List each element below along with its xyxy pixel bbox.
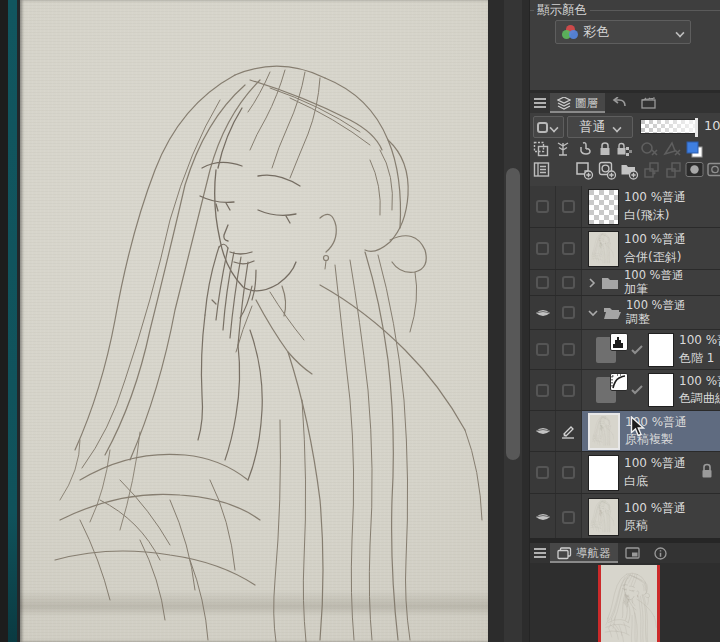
visibility-toggle[interactable] bbox=[530, 452, 556, 493]
layer-thumbnail-sketch[interactable] bbox=[588, 498, 619, 536]
layer-row-genkou-fukusei-selected[interactable]: 100 %普通原稿複製 bbox=[530, 411, 720, 452]
layer-name[interactable]: 調整 bbox=[626, 312, 686, 327]
layer-thumbnail-transparent[interactable] bbox=[588, 189, 619, 225]
hidden-eye-box-icon bbox=[536, 384, 549, 397]
navigator-preview-area[interactable] bbox=[530, 563, 720, 642]
visibility-toggle[interactable] bbox=[530, 186, 556, 227]
layer-row-kahitsu-folder[interactable]: 100 %普通加筆 bbox=[530, 270, 720, 296]
layer-thumbnail-sketch[interactable] bbox=[588, 231, 619, 267]
merge-to-lower-disabled-icon[interactable] bbox=[665, 161, 683, 182]
visibility-toggle[interactable] bbox=[530, 228, 556, 269]
visibility-toggle[interactable] bbox=[530, 370, 556, 410]
tab-item-info[interactable] bbox=[647, 543, 674, 563]
edit-state-cell[interactable] bbox=[556, 452, 582, 493]
adjustment-layer-chip[interactable] bbox=[596, 377, 616, 403]
display-color-dropdown[interactable]: 彩色 bbox=[555, 20, 691, 44]
layer-thumbnail-sketch[interactable] bbox=[588, 413, 620, 450]
transfer-to-lower-disabled-icon[interactable] bbox=[643, 161, 661, 182]
layer-name[interactable]: 色調曲線 1 bbox=[679, 390, 720, 407]
blend-mode-dropdown[interactable]: 普通 bbox=[567, 116, 633, 138]
layers-tab-label: 圖層 bbox=[575, 96, 598, 111]
layer-name[interactable]: 原稿 bbox=[624, 517, 686, 534]
editing-layer-indicator[interactable] bbox=[556, 411, 582, 451]
drawing-canvas[interactable] bbox=[17, 0, 488, 642]
opacity-slider[interactable] bbox=[640, 119, 698, 134]
new-raster-layer-icon[interactable] bbox=[575, 161, 594, 183]
display-color-label: 顯示顏色 bbox=[534, 2, 590, 19]
expand-chevron-right-icon[interactable] bbox=[588, 278, 596, 288]
tab-navigator[interactable]: 導航器 bbox=[550, 543, 618, 563]
navigator-menu-icon[interactable] bbox=[530, 543, 550, 563]
layer-color-square-icon bbox=[537, 122, 548, 133]
new-adjustment-layer-icon[interactable] bbox=[598, 161, 617, 183]
effect-reference-icon[interactable] bbox=[555, 141, 571, 160]
tab-layers[interactable]: 圖層 bbox=[550, 93, 605, 113]
layer-name[interactable]: 白底 bbox=[624, 473, 686, 490]
set-as-reference-disabled-icon[interactable] bbox=[640, 141, 659, 160]
layer-row-shirozoko[interactable]: 100 %普通白底 bbox=[530, 452, 720, 494]
ruler-disabled-icon[interactable] bbox=[663, 141, 682, 160]
opacity-value: 100 bbox=[704, 118, 720, 133]
layer-name[interactable]: 色階 1 bbox=[679, 350, 720, 367]
empty-box-icon bbox=[562, 242, 575, 255]
edit-state-cell[interactable] bbox=[556, 270, 582, 295]
layer-opacity-label: 100 %普通 bbox=[624, 455, 686, 472]
layer-thumbnail-white[interactable] bbox=[588, 455, 619, 491]
visibility-toggle[interactable] bbox=[530, 296, 556, 329]
layer-mask-icon[interactable] bbox=[685, 161, 704, 181]
adjustment-layer-chip[interactable] bbox=[596, 337, 616, 363]
layer-name[interactable]: 合併(歪斜) bbox=[624, 249, 686, 266]
new-folder-icon[interactable] bbox=[620, 161, 639, 183]
layer-row-tone-curve-1[interactable]: 100 %普通色調曲線 1 bbox=[530, 370, 720, 411]
empty-box-icon bbox=[562, 343, 575, 356]
folder-closed-icon bbox=[601, 276, 619, 290]
clip-to-layer-below-icon[interactable] bbox=[533, 141, 549, 160]
rgb-color-icon bbox=[562, 25, 578, 39]
layer-property-list-icon[interactable] bbox=[533, 161, 550, 181]
layer-row-genkou[interactable]: 100 %普通原稿 bbox=[530, 494, 720, 541]
layer-row-levels-1[interactable]: 100 %普通色階 1 bbox=[530, 330, 720, 370]
vertical-scrollbar-thumb[interactable] bbox=[506, 168, 520, 460]
edit-state-cell[interactable] bbox=[556, 296, 582, 329]
eye-icon bbox=[535, 308, 551, 318]
visibility-toggle[interactable] bbox=[530, 330, 556, 369]
layer-opacity-label: 100 %普通 bbox=[624, 500, 686, 517]
layer-color-icon[interactable] bbox=[686, 141, 704, 161]
tab-layer-history[interactable] bbox=[605, 93, 634, 113]
layer-name[interactable]: 白(飛沫) bbox=[624, 207, 686, 224]
expand-chevron-down-icon[interactable] bbox=[588, 309, 598, 317]
lock-layer-icon[interactable] bbox=[598, 141, 612, 160]
visibility-toggle[interactable] bbox=[530, 270, 556, 295]
lock-transparent-pixels-icon[interactable] bbox=[616, 141, 633, 160]
layer-row-gappei[interactable]: 100 %普通合併(歪斜) bbox=[530, 228, 720, 270]
edit-state-cell[interactable] bbox=[556, 186, 582, 227]
layer-row-chousei-folder[interactable]: 100 %普通調整 bbox=[530, 296, 720, 330]
edit-state-cell[interactable] bbox=[556, 330, 582, 369]
layer-palette-dropdown[interactable] bbox=[533, 116, 564, 138]
edit-state-cell[interactable] bbox=[556, 494, 582, 540]
hidden-eye-box-icon bbox=[536, 343, 549, 356]
adjustment-mask-thumbnail[interactable] bbox=[648, 333, 674, 367]
chevron-down-icon bbox=[550, 123, 558, 131]
tab-timeline[interactable] bbox=[634, 93, 663, 113]
empty-box-icon bbox=[562, 306, 575, 319]
empty-box-icon bbox=[562, 384, 575, 397]
layer-toolbar-top bbox=[530, 141, 720, 159]
visibility-toggle[interactable] bbox=[530, 494, 556, 540]
blend-opacity-row: 普通 100 bbox=[530, 114, 720, 140]
edit-state-cell[interactable] bbox=[556, 228, 582, 269]
opacity-slider-handle[interactable] bbox=[695, 118, 698, 137]
mask-visibility-icon[interactable] bbox=[707, 161, 720, 181]
navigator-canvas-preview[interactable] bbox=[598, 565, 660, 642]
layer-row-shiro-himatsu[interactable]: 100 %普通白(飛沫) bbox=[530, 186, 720, 228]
layer-name[interactable]: 加筆 bbox=[624, 282, 684, 297]
layers-menu-icon[interactable] bbox=[530, 93, 550, 113]
layer-locked-icon bbox=[700, 462, 714, 479]
visibility-toggle[interactable] bbox=[530, 411, 556, 451]
tab-sub-view[interactable] bbox=[618, 543, 647, 563]
hidden-eye-box-icon bbox=[536, 200, 549, 213]
adjustment-mask-thumbnail[interactable] bbox=[648, 373, 674, 407]
layer-opacity-label: 100 %普通 bbox=[624, 268, 684, 282]
draft-layer-icon[interactable] bbox=[577, 141, 593, 160]
edit-state-cell[interactable] bbox=[556, 370, 582, 410]
